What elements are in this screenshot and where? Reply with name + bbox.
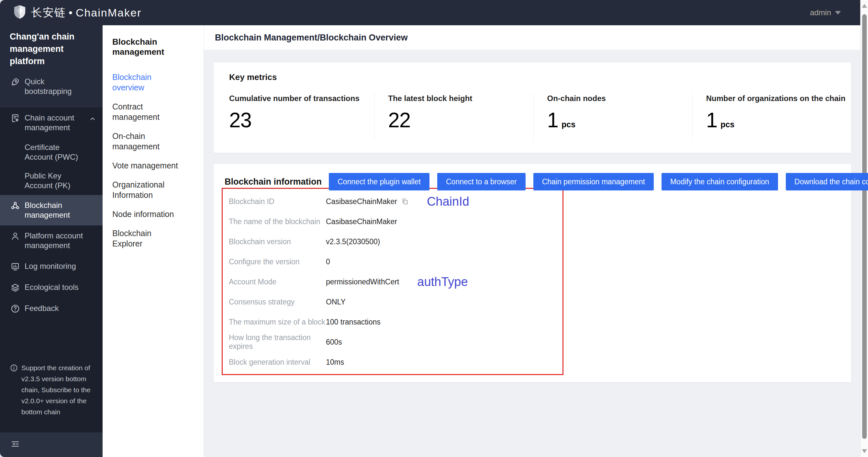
admin-username: admin <box>810 8 831 17</box>
info-row-consensus-strategy: Consensus strategy ONLY <box>223 292 562 312</box>
layers-icon <box>10 283 20 292</box>
rocket-icon <box>10 77 20 87</box>
sidebar-item-ecological-tools[interactable]: Ecological tools <box>0 277 102 298</box>
metric-on-chain-nodes: On-chain nodes 1 pcs <box>533 93 692 141</box>
info-row-transaction-expiry: How long the transaction expires 600s <box>223 332 562 352</box>
primary-sidebar: Chang'an chain management platform Quick… <box>0 25 102 457</box>
info-row-blockchain-version: Blockchain version v2.3.5(2030500) <box>223 232 562 252</box>
sidebar-item-label: Public Key Account (PK) <box>25 171 86 191</box>
logo-text-en: ChainMaker <box>76 6 142 19</box>
admin-dropdown[interactable]: admin <box>810 8 841 17</box>
sidebar-note-text: Support the creation of v2.3.5 version b… <box>21 363 94 418</box>
submenu-item-node-information[interactable]: Node information <box>112 209 182 219</box>
shield-logo-icon <box>13 4 27 21</box>
row-value: 0 <box>326 257 330 266</box>
row-label: Blockchain ID <box>229 197 326 206</box>
blockchain-action-buttons: Connect the plugin wallet Connect to a b… <box>329 173 868 191</box>
row-label: Configure the version <box>229 257 326 266</box>
metric-unit: pcs <box>720 120 734 129</box>
key-metrics-card: Key metrics Cumulative number of transac… <box>214 62 851 153</box>
submenu-item-blockchain-explorer[interactable]: Blockchain Explorer <box>112 228 182 249</box>
sidebar-item-label: Chain account management <box>25 113 85 133</box>
certificate-doc-icon <box>10 113 20 123</box>
row-value: CasibaseChainMaker <box>326 197 397 206</box>
collapse-menu-icon <box>10 439 21 450</box>
chainmaker-management-app: 长安链 • ChainMaker admin Chang'an chain ma… <box>0 0 868 457</box>
monitor-icon <box>10 262 20 272</box>
submenu-item-on-chain-management[interactable]: On-chain management <box>112 131 182 151</box>
row-label: The maximum size of a block <box>229 318 326 326</box>
modify-chain-configuration-button[interactable]: Modify the chain configuration <box>661 173 778 191</box>
secondary-menu-title: Blockchain management <box>112 37 197 57</box>
sidebar-item-feedback[interactable]: Feedback <box>0 298 102 319</box>
sidebar-item-quick-bootstrapping[interactable]: Quick bootstrapping <box>0 71 102 102</box>
row-label: Consensus strategy <box>229 298 326 306</box>
row-label: Account Mode <box>229 278 326 286</box>
sidebar-item-certificate-account-pwc[interactable]: Certificate Account (PWC) <box>0 138 102 167</box>
sidebar-item-label: Log monitoring <box>25 261 76 271</box>
sidebar-item-chain-account-management[interactable]: Chain account management <box>0 108 102 138</box>
row-value: 600s <box>326 338 342 347</box>
submenu-item-blockchain-overview[interactable]: Blockchain overview <box>112 72 182 93</box>
connect-to-browser-button[interactable]: Connect to a browser <box>437 173 526 191</box>
metric-cumulative-transactions: Cumulative number of transactions 23 <box>229 93 374 141</box>
metric-value: 23 <box>229 108 251 132</box>
page-content: Key metrics Cumulative number of transac… <box>204 50 860 382</box>
logo-text: 长安链 • ChainMaker <box>31 5 142 20</box>
info-row-block-generation-interval: Block generation interval 10ms <box>223 352 562 372</box>
metric-organizations-on-chain: Number of organizations on the chain 1 p… <box>692 93 851 141</box>
blockchain-information-title: Blockchain information <box>225 177 329 187</box>
blockchain-information-card: Blockchain information Connect the plugi… <box>214 164 851 382</box>
sidebar-item-platform-account-management[interactable]: Platform account management <box>0 225 102 256</box>
submenu-item-vote-management[interactable]: Vote management <box>112 160 182 171</box>
chainmaker-logo: 长安链 • ChainMaker <box>13 4 142 21</box>
row-label: The name of the blockchain <box>229 217 326 226</box>
metric-value: 1 <box>706 108 717 132</box>
chainid-annotation: ChainId <box>427 195 469 208</box>
chain-permission-management-button[interactable]: Chain permission management <box>533 173 654 191</box>
copy-icon[interactable] <box>401 198 409 205</box>
authtype-annotation: authType <box>417 275 468 289</box>
sidebar-collapse-button[interactable] <box>0 432 102 457</box>
scroll-up-arrow-icon[interactable] <box>862 4 867 8</box>
row-value: CasibaseChainMaker <box>326 217 397 226</box>
question-icon <box>10 304 20 314</box>
sidebar-item-label: Blockchain management <box>25 200 86 220</box>
blockchain-nodes-icon <box>10 201 20 210</box>
row-value: v2.3.5(2030500) <box>326 237 380 246</box>
key-metrics-title: Key metrics <box>229 72 851 82</box>
metric-label: Cumulative number of transactions <box>229 94 374 103</box>
connect-plugin-wallet-button[interactable]: Connect the plugin wallet <box>329 173 430 191</box>
sidebar-item-public-key-account-pk[interactable]: Public Key Account (PK) <box>0 167 102 195</box>
sidebar-item-label: Feedback <box>25 304 59 313</box>
sidebar-item-label: Quick bootstrapping <box>25 77 86 96</box>
sidebar-item-label: Ecological tools <box>25 282 79 292</box>
metric-label: Number of organizations on the chain <box>706 94 851 103</box>
red-annotation-box: Blockchain ID CasibaseChainMaker ChainId <box>222 188 563 375</box>
row-value: permissionedWithCert <box>326 278 399 286</box>
row-label: Block generation interval <box>229 358 326 367</box>
platform-title: Chang'an chain management platform <box>0 30 102 71</box>
row-value: 10ms <box>326 358 344 367</box>
breadcrumb: Blockchain Management/Blockchain Overvie… <box>204 25 860 50</box>
submenu-item-contract-management[interactable]: Contract management <box>112 102 182 122</box>
vertical-scrollbar[interactable] <box>860 0 868 457</box>
metric-latest-block-height: The latest block height 22 <box>374 93 533 141</box>
info-row-blockchain-name: The name of the blockchain CasibaseChain… <box>223 211 562 232</box>
sidebar-item-blockchain-management[interactable]: Blockchain management <box>0 195 102 225</box>
sidebar-version-note: Support the creation of v2.3.5 version b… <box>0 363 102 418</box>
secondary-menu: Blockchain management Blockchain overvie… <box>102 25 204 457</box>
scroll-down-arrow-icon[interactable] <box>862 449 867 453</box>
info-icon <box>10 364 18 372</box>
download-chain-configuration-button[interactable]: Download the chain configuration <box>786 173 868 191</box>
metric-value: 1 <box>547 108 559 132</box>
top-header: 长安链 • ChainMaker admin <box>0 0 860 25</box>
sidebar-item-log-monitoring[interactable]: Log monitoring <box>0 256 102 277</box>
row-label: Blockchain version <box>229 237 326 246</box>
row-label: How long the transaction expires <box>229 333 326 351</box>
scrollbar-thumb[interactable] <box>862 14 867 439</box>
metric-label: On-chain nodes <box>547 94 692 103</box>
submenu-item-organizational-information[interactable]: Organizational Information <box>112 179 182 200</box>
info-row-configure-version: Configure the version 0 <box>223 252 562 272</box>
info-row-account-mode: Account Mode permissionedWithCert authTy… <box>223 272 562 292</box>
